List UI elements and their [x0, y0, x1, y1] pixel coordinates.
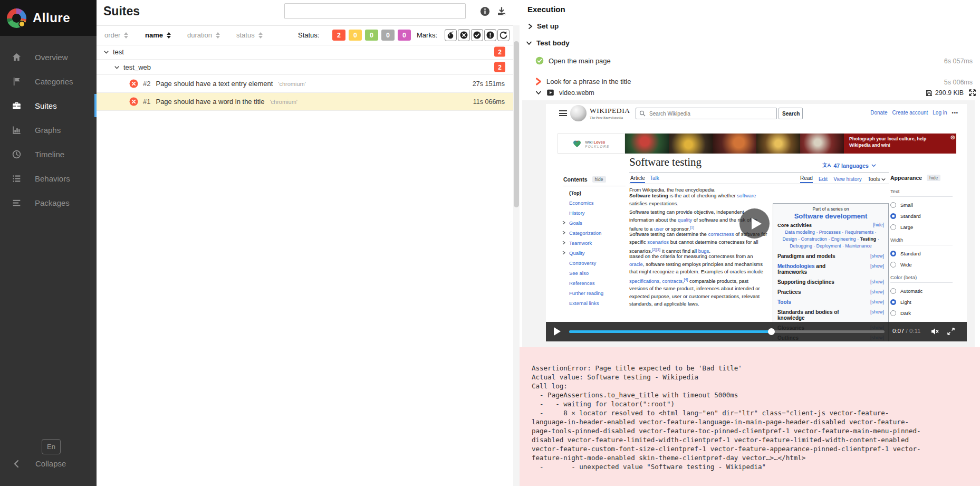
step-open-main-page[interactable]: Open the main page: [535, 56, 611, 65]
wiki-link[interactable]: software: [737, 193, 756, 198]
play-button[interactable]: [554, 327, 561, 336]
new-broken-toggle[interactable]: [484, 29, 496, 41]
toc-item[interactable]: References: [563, 280, 626, 286]
tab-tools[interactable]: Tools: [868, 176, 886, 182]
wiki-link[interactable]: scenarios: [647, 239, 669, 245]
toc-item[interactable]: Teamwork: [563, 240, 626, 246]
more-options-icon[interactable]: •••: [952, 110, 958, 116]
sidebar-item-behaviors[interactable]: Behaviors: [0, 166, 97, 190]
wiki-link[interactable]: contracts: [662, 278, 683, 284]
toc-item[interactable]: Economics: [563, 200, 626, 206]
skipped-count-toggle[interactable]: 0: [381, 30, 395, 41]
section-set-up[interactable]: Set up: [527, 22, 559, 30]
toc-item[interactable]: Categorization: [563, 230, 626, 236]
contents-hide-button[interactable]: hide: [592, 176, 606, 183]
toc-item[interactable]: See also: [563, 270, 626, 276]
tab-view-history[interactable]: View history: [833, 176, 862, 182]
toc-item[interactable]: (Top): [563, 190, 626, 196]
show-link[interactable]: [show]: [870, 299, 884, 304]
toc-item[interactable]: External links: [563, 300, 626, 306]
toc-item[interactable]: Controversy: [563, 260, 626, 266]
wiki-link[interactable]: oracle: [629, 261, 643, 267]
hamburger-menu-icon[interactable]: [559, 110, 567, 117]
wiki-search-input[interactable]: [648, 110, 756, 117]
donate-link[interactable]: Donate: [870, 110, 887, 116]
section-test-body[interactable]: Test body: [526, 39, 570, 47]
sort-duration[interactable]: duration: [187, 31, 220, 39]
toc-item[interactable]: Quality: [563, 250, 626, 256]
languages-dropdown[interactable]: 文A 47 languages: [822, 162, 876, 169]
sidebar-item-timeline[interactable]: Timeline: [0, 142, 97, 166]
toc-item[interactable]: Goals: [563, 220, 626, 226]
wiki-link[interactable]: Methodologies: [777, 263, 815, 269]
series-hide-link[interactable]: [hide]: [873, 222, 884, 228]
wiki-link[interactable]: specifications: [629, 278, 659, 284]
series-title[interactable]: Software development: [777, 212, 884, 220]
wiki-search-button[interactable]: Search: [779, 108, 803, 119]
wiki-link[interactable]: correctness: [708, 231, 734, 237]
wiki-loves-folklore-banner[interactable]: Wiki Loves FOLKLORE Photograph your loca…: [558, 134, 956, 154]
create-account-link[interactable]: Create account: [892, 110, 928, 116]
collapse-button[interactable]: Collapse: [13, 459, 66, 468]
sidebar-item-suites[interactable]: Suites: [0, 93, 97, 118]
radio-width-standard[interactable]: Standard: [890, 251, 959, 256]
attachment-expand-button[interactable]: [968, 89, 976, 97]
radio-color-dark[interactable]: Dark: [890, 310, 959, 316]
radio-color-automatic[interactable]: Automatic: [890, 288, 959, 294]
radio-text-large[interactable]: Large: [890, 224, 959, 230]
show-link[interactable]: [show]: [870, 263, 884, 269]
tab-edit[interactable]: Edit: [819, 176, 828, 182]
sort-status[interactable]: status: [236, 31, 263, 39]
language-switcher[interactable]: En: [42, 439, 61, 454]
step-look-for-phrase[interactable]: Look for a phrase in the title: [535, 78, 631, 85]
toc-item[interactable]: History: [563, 210, 626, 216]
sort-order[interactable]: order: [104, 31, 128, 39]
tab-talk[interactable]: Talk: [650, 175, 659, 181]
sidebar-item-categories[interactable]: Categories: [0, 69, 97, 93]
fullscreen-button[interactable]: [947, 327, 955, 336]
show-link[interactable]: [show]: [870, 279, 884, 284]
sort-name[interactable]: name: [145, 31, 171, 39]
mute-button[interactable]: [930, 327, 939, 336]
search-input[interactable]: [284, 3, 466, 19]
attachment-video-webm[interactable]: video.webm: [535, 89, 594, 97]
progress-thumb[interactable]: [768, 328, 775, 335]
show-link[interactable]: [show]: [870, 289, 884, 294]
flaky-toggle[interactable]: [445, 29, 457, 41]
test-row[interactable]: #2 Page should have a text entry element…: [97, 75, 520, 93]
retries-toggle[interactable]: [497, 29, 510, 41]
wiki-link[interactable]: Tools: [777, 299, 791, 305]
sidebar-item-packages[interactable]: Packages: [0, 190, 97, 215]
new-failed-toggle[interactable]: [458, 29, 470, 41]
video-player[interactable]: WIKIPEDIA The Free Encyclopedia Search D…: [546, 104, 967, 341]
new-passed-toggle[interactable]: [471, 29, 483, 41]
failed-count-toggle[interactable]: 2: [332, 30, 345, 41]
wiki-search-box[interactable]: [636, 108, 777, 119]
tab-article[interactable]: Article: [630, 175, 645, 183]
test-row-selected[interactable]: #1 Page should have a word in the title …: [97, 93, 520, 111]
broken-count-toggle[interactable]: 0: [349, 30, 362, 41]
radio-text-small[interactable]: Small: [890, 202, 959, 208]
sidebar-item-graphs[interactable]: Graphs: [0, 118, 97, 142]
unknown-count-toggle[interactable]: 0: [398, 30, 411, 41]
tree-group-test[interactable]: test 2: [97, 44, 520, 60]
radio-color-light[interactable]: Light: [890, 299, 959, 305]
tab-read[interactable]: Read: [800, 175, 813, 183]
log-in-link[interactable]: Log in: [933, 110, 947, 116]
show-link[interactable]: [show]: [870, 309, 884, 315]
tree-group-test-web[interactable]: test_web 2: [97, 60, 520, 75]
radio-width-wide[interactable]: Wide: [890, 262, 959, 268]
banner-close-icon[interactable]: ⊗: [950, 134, 955, 141]
sidebar-item-overview[interactable]: Overview: [0, 45, 97, 69]
download-button[interactable]: [496, 6, 507, 16]
info-button[interactable]: [480, 6, 490, 16]
passed-count-toggle[interactable]: 0: [365, 30, 378, 41]
scrollbar-thumb[interactable]: [514, 41, 519, 207]
play-overlay-button[interactable]: [739, 208, 770, 239]
toc-item[interactable]: Further reading: [563, 290, 626, 296]
appearance-hide-button[interactable]: hide: [927, 175, 940, 181]
progress-track[interactable]: [569, 330, 885, 333]
wiki-link[interactable]: quality: [678, 217, 692, 223]
radio-text-standard[interactable]: Standard: [890, 213, 959, 219]
show-link[interactable]: [show]: [870, 253, 884, 259]
